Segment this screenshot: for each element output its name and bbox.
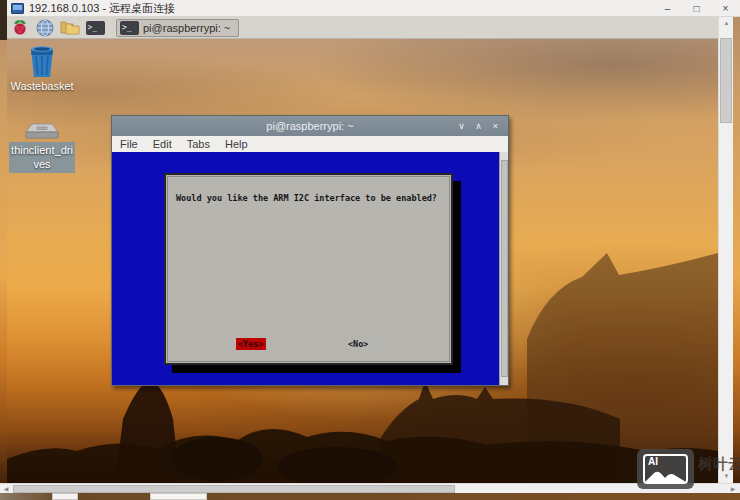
drive-icon xyxy=(24,120,60,142)
file-manager-icon[interactable] xyxy=(60,19,80,37)
terminal-scrollbar[interactable] xyxy=(499,152,508,385)
taskbar-task-terminal[interactable]: >_ pi@raspberrypi: ~ xyxy=(116,19,239,37)
minimize-button[interactable]: – xyxy=(653,0,682,16)
clipped-desktop-sliver xyxy=(0,493,740,500)
web-browser-icon[interactable] xyxy=(35,19,55,37)
menu-file[interactable]: File xyxy=(120,138,138,150)
ai-image-logo-icon: AI xyxy=(637,449,694,489)
screen: 192.168.0.103 - 远程桌面连接 – □ × xyxy=(0,0,740,500)
watermark-ai-label: AI xyxy=(648,456,658,467)
dialog-message: Would you like the ARM I2C interface to … xyxy=(176,193,437,203)
horizontal-scrollbar-thumb[interactable] xyxy=(13,485,455,493)
task-button-label: pi@raspberrypi: ~ xyxy=(143,22,230,34)
desktop-icon-wastebasket[interactable]: Wastebasket xyxy=(8,43,76,93)
mountain-icon xyxy=(645,470,686,482)
menu-help[interactable]: Help xyxy=(225,138,248,150)
remote-taskbar: >_ >_ pi@raspberrypi: ~ xyxy=(7,17,718,39)
remote-desktop-viewport: >_ >_ pi@raspberrypi: ~ Wastebasket xyxy=(7,17,718,483)
terminal-titlebar[interactable]: pi@raspberrypi: ~ ∨ ∧ × xyxy=(112,116,508,136)
terminal-window-controls: ∨ ∧ × xyxy=(455,121,508,131)
no-button[interactable]: <No> xyxy=(346,338,370,350)
wastebasket-icon xyxy=(27,43,57,79)
desktop-icon-label: thinclient_drives xyxy=(9,142,75,173)
maximize-button[interactable]: □ xyxy=(682,0,711,16)
terminal-glyph: >_ xyxy=(120,21,139,35)
close-button[interactable]: × xyxy=(489,121,502,131)
terminal-scrollbar-thumb[interactable] xyxy=(501,160,508,377)
watermark-brand-text: 树叶云 xyxy=(698,455,740,474)
rdp-vertical-scrollbar[interactable]: ▲ ▼ xyxy=(718,17,733,483)
terminal-window: pi@raspberrypi: ~ ∨ ∧ × File Edit Tabs H… xyxy=(111,115,509,386)
shade-button[interactable]: ∨ xyxy=(455,121,468,131)
desktop-icon-label: Wastebasket xyxy=(10,79,73,93)
terminal-icon[interactable]: >_ xyxy=(85,19,105,37)
terminal-title: pi@raspberrypi: ~ xyxy=(112,120,508,132)
close-button[interactable]: × xyxy=(711,0,740,16)
maximize-button[interactable]: ∧ xyxy=(472,121,485,131)
vertical-scrollbar-thumb[interactable] xyxy=(720,38,732,123)
rdp-horizontal-scrollbar[interactable]: ◀ ▶ xyxy=(0,483,740,493)
desktop-icon-thinclient-drives[interactable]: thinclient_drives xyxy=(8,120,76,173)
raspberry-menu-icon[interactable] xyxy=(10,19,30,37)
menu-edit[interactable]: Edit xyxy=(153,138,172,150)
whiptail-dialog: Would you like the ARM I2C interface to … xyxy=(164,173,453,365)
rdp-window-title: 192.168.0.103 - 远程桌面连接 xyxy=(29,1,175,16)
terminal-content: Would you like the ARM I2C interface to … xyxy=(112,152,508,385)
rdp-titlebar[interactable]: 192.168.0.103 - 远程桌面连接 – □ × xyxy=(7,0,740,17)
host-desktop-sliver xyxy=(0,0,7,40)
terminal-glyph: >_ xyxy=(86,21,105,35)
clipped-window-fragment xyxy=(150,493,207,500)
yes-button[interactable]: <Yes> xyxy=(236,338,266,350)
terminal-menubar: File Edit Tabs Help xyxy=(112,136,508,152)
remote-desktop-icon xyxy=(11,3,24,14)
menu-tabs[interactable]: Tabs xyxy=(187,138,210,150)
watermark: AI 树叶云 xyxy=(637,449,740,489)
rdp-window-controls: – □ × xyxy=(653,0,740,16)
clipped-window-fragment xyxy=(52,493,78,500)
scroll-up-icon[interactable]: ▲ xyxy=(719,17,734,30)
